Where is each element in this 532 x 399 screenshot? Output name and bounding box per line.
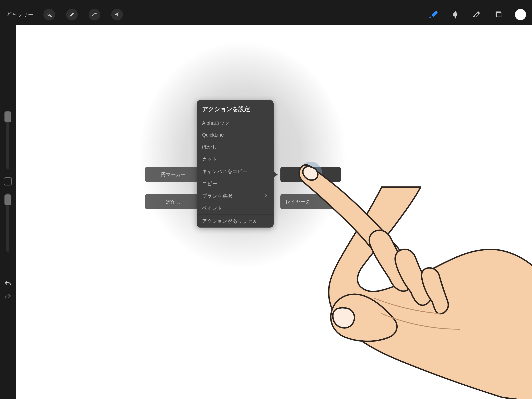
gallery-button[interactable]: ギャラリー <box>4 11 36 18</box>
popup-item[interactable]: ペイント <box>197 202 274 214</box>
action-popup: アクションを設定 Alphaロック QuickLine ぼかし カット キャンバ… <box>197 100 274 228</box>
quickmenu-option-bottom-right[interactable]: レイヤーの <box>280 194 341 209</box>
opacity-thumb[interactable] <box>5 194 11 205</box>
popup-item[interactable]: QuickLine <box>197 129 274 141</box>
popup-list[interactable]: Alphaロック QuickLine ぼかし カット キャンバスをコピー コピー… <box>197 117 274 214</box>
transform-icon[interactable] <box>111 9 123 20</box>
quickmenu-label: ぼかし <box>166 199 181 205</box>
modify-button[interactable] <box>4 177 12 186</box>
quickmenu-option-top-left[interactable]: 円マーカー <box>145 167 202 182</box>
left-sidebar <box>0 111 16 252</box>
popup-item[interactable]: ブラシを選択 <box>197 190 274 202</box>
layers-icon[interactable] <box>493 9 504 20</box>
adjustments-icon[interactable] <box>66 9 78 20</box>
popup-title: アクションを設定 <box>197 100 274 117</box>
popup-pointer <box>273 171 278 178</box>
chevron-right-icon <box>264 193 268 199</box>
quickmenu-option-bottom-left[interactable]: ぼかし <box>145 194 202 209</box>
smudge-icon[interactable] <box>450 9 460 20</box>
brush-size-slider[interactable] <box>6 111 9 169</box>
app-root: ギャラリー <box>0 0 532 399</box>
redo-icon[interactable] <box>4 293 12 302</box>
canvas[interactable] <box>16 25 532 399</box>
undo-icon[interactable] <box>4 280 12 288</box>
popup-item[interactable]: カット <box>197 153 274 165</box>
popup-footer[interactable]: アクションがありません <box>197 214 274 228</box>
brush-size-thumb[interactable] <box>5 111 11 122</box>
top-toolbar: ギャラリー <box>0 6 532 23</box>
toolbar-left-group <box>44 9 123 20</box>
popup-item[interactable]: Alphaロック <box>197 117 274 129</box>
wrench-icon[interactable] <box>44 9 55 20</box>
touch-indicator <box>299 162 322 185</box>
toolbar-right-group <box>428 9 526 20</box>
popup-item[interactable]: コピー <box>197 178 274 190</box>
quickmenu-label: 円マーカー <box>161 171 186 178</box>
eraser-icon[interactable] <box>471 9 482 20</box>
color-picker-button[interactable] <box>515 9 526 20</box>
popup-item[interactable]: キャンバスをコピー <box>197 165 274 178</box>
selection-icon[interactable] <box>89 9 100 20</box>
opacity-slider[interactable] <box>6 193 9 252</box>
brush-icon[interactable] <box>428 9 438 20</box>
undo-redo-group <box>0 280 16 302</box>
popup-item[interactable]: ぼかし <box>197 141 274 153</box>
quickmenu-label: レイヤーの <box>285 199 310 205</box>
